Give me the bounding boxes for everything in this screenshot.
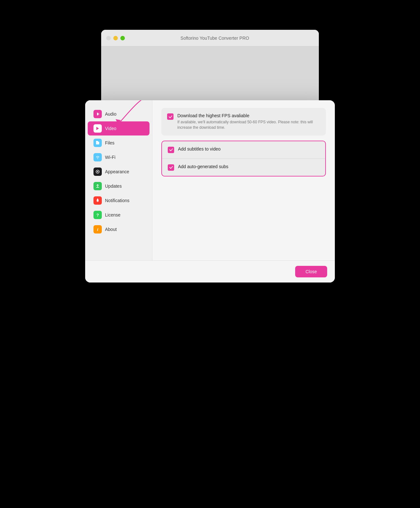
wifi-icon <box>93 153 102 161</box>
sidebar-item-appearance[interactable]: Appearance <box>88 165 149 179</box>
close-traffic-light[interactable] <box>106 36 111 40</box>
autosubs-row: Add auto-generated subs <box>162 159 325 176</box>
subtitles-row: Add subtitles to video <box>162 141 325 159</box>
updates-icon <box>93 182 102 190</box>
fps-setting-row: Download the highest FPS avaliable If av… <box>161 108 326 135</box>
settings-dialog: Audio Video <box>85 100 335 283</box>
sidebar-item-updates[interactable]: Updates <box>88 179 149 193</box>
sidebar-item-notifications[interactable]: Notifications <box>88 193 149 208</box>
sidebar-item-wifi[interactable]: Wi-Fi <box>88 150 149 164</box>
notifications-icon <box>93 196 102 205</box>
settings-main-panel: Download the highest FPS avaliable If av… <box>152 100 335 260</box>
fps-setting-group: Download the highest FPS avaliable If av… <box>161 108 326 135</box>
wifi-label: Wi-Fi <box>105 155 116 160</box>
dialog-body: Audio Video <box>85 100 335 260</box>
subtitles-setting-group: Add subtitles to video Add auto-generate… <box>161 141 326 176</box>
fps-checkbox[interactable] <box>167 113 174 120</box>
audio-label: Audio <box>105 111 117 117</box>
maximize-traffic-light[interactable] <box>120 36 125 40</box>
subtitles-title: Add subtitles to video <box>178 146 319 152</box>
sidebar-item-about[interactable]: i About <box>88 222 149 236</box>
files-label: Files <box>105 140 115 145</box>
svg-marker-0 <box>96 127 99 130</box>
audio-icon <box>93 110 102 118</box>
about-icon: i <box>93 225 102 234</box>
svg-point-4 <box>97 171 98 172</box>
files-icon <box>93 139 102 147</box>
window-title: Softorino YouTube Converter PRO <box>127 36 302 41</box>
video-icon <box>93 124 102 133</box>
svg-rect-2 <box>96 141 98 142</box>
sidebar-item-video[interactable]: Video <box>88 121 149 135</box>
dialog-footer: Close <box>85 260 335 283</box>
appearance-label: Appearance <box>105 169 129 174</box>
minimize-traffic-light[interactable] <box>113 36 118 40</box>
settings-sidebar: Audio Video <box>85 100 152 260</box>
autosubs-content: Add auto-generated subs <box>178 164 319 170</box>
subtitles-content: Add subtitles to video <box>178 146 319 153</box>
appearance-icon <box>93 168 102 176</box>
updates-label: Updates <box>105 184 122 189</box>
sidebar-item-license[interactable]: ? License <box>88 208 149 222</box>
fps-desc: If available, we'll automatically downlo… <box>177 119 320 130</box>
license-label: License <box>105 212 120 217</box>
fps-title: Download the highest FPS avaliable <box>177 113 320 118</box>
autosubs-title: Add auto-generated subs <box>178 164 319 169</box>
license-icon: ? <box>93 211 102 219</box>
close-button[interactable]: Close <box>295 266 327 277</box>
subtitles-checkbox[interactable] <box>168 147 174 153</box>
title-bar: Softorino YouTube Converter PRO <box>101 30 319 46</box>
fps-content: Download the highest FPS avaliable If av… <box>177 113 320 130</box>
sidebar-item-files[interactable]: Files <box>88 136 149 150</box>
notifications-label: Notifications <box>105 198 129 203</box>
svg-point-5 <box>97 199 98 199</box>
video-label: Video <box>105 126 117 131</box>
autosubs-checkbox[interactable] <box>168 164 174 171</box>
sidebar-item-audio[interactable]: Audio <box>88 107 149 121</box>
about-label: About <box>105 227 117 232</box>
